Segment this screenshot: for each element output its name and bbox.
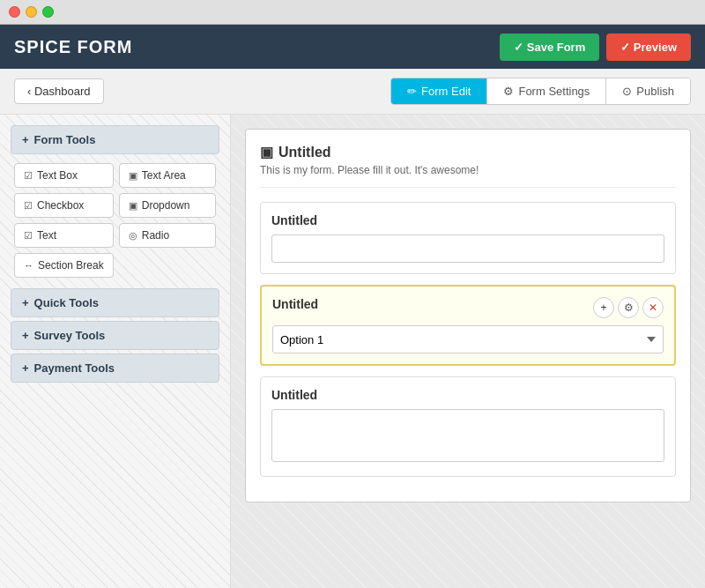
text-area-label: Text Area: [142, 169, 186, 182]
survey-tools-header[interactable]: + Survey Tools: [11, 321, 219, 350]
tab-publish[interactable]: ⊙ Publish: [606, 78, 690, 104]
checkbox-icon: ☑: [24, 200, 33, 212]
form-edit-label: Form Edit: [421, 85, 471, 98]
publish-icon: ⊙: [622, 85, 632, 98]
tab-form-settings[interactable]: ⚙ Form Settings: [487, 78, 606, 104]
field-1-label: Untitled: [271, 213, 664, 227]
text-area-icon: ▣: [129, 170, 137, 182]
form-field-1: Untitled: [260, 202, 676, 274]
top-bar-actions: ✓ Save Form ✓ Preview: [500, 33, 691, 61]
dashboard-button[interactable]: ‹ Dashboard: [14, 78, 104, 104]
sidebar-section-payment-tools: + Payment Tools: [11, 354, 219, 383]
sub-nav: ‹ Dashboard ✏ Form Edit ⚙ Form Settings …: [0, 69, 705, 115]
publish-label: Publish: [636, 85, 674, 98]
checkbox-label: Checkbox: [37, 199, 84, 212]
form-field-2: Untitled + ⚙ ✕ Option 1: [260, 285, 676, 366]
survey-tools-label: Survey Tools: [34, 329, 106, 342]
form-title-text[interactable]: Untitled: [278, 145, 331, 160]
payment-tools-plus-icon: +: [22, 361, 29, 375]
field-3-textarea[interactable]: [271, 409, 664, 462]
field-2-actions: + ⚙ ✕: [593, 297, 664, 318]
tool-text-box[interactable]: ☑ Text Box: [14, 163, 114, 188]
maximize-btn[interactable]: [42, 6, 54, 18]
save-form-button[interactable]: ✓ Save Form: [500, 33, 599, 61]
field-2-label: Untitled: [272, 297, 318, 311]
section-break-icon: ↔: [24, 260, 33, 271]
quick-tools-label: Quick Tools: [34, 296, 99, 309]
form-tools-content: ☑ Text Box ▣ Text Area ☑ Checkbox ▣ Drop…: [11, 156, 219, 285]
sidebar-section-form-tools: + Form Tools ☑ Text Box ▣ Text Area ☑ Ch…: [11, 125, 219, 285]
window-chrome: [0, 0, 705, 25]
tool-grid: ☑ Text Box ▣ Text Area ☑ Checkbox ▣ Drop…: [14, 163, 216, 278]
form-description: This is my form. Please fill it out. It'…: [260, 164, 676, 176]
app-title: SPICE FORM: [14, 37, 132, 57]
dropdown-icon: ▣: [129, 200, 137, 212]
tool-section-break[interactable]: ↔ Section Break: [14, 253, 114, 278]
form-tools-header[interactable]: + Form Tools: [11, 125, 219, 154]
form-title: ▣ Untitled: [260, 144, 676, 160]
sidebar: + Form Tools ☑ Text Box ▣ Text Area ☑ Ch…: [0, 115, 231, 588]
text-box-label: Text Box: [37, 169, 78, 182]
tool-radio[interactable]: ◎ Radio: [119, 223, 216, 248]
plus-icon: +: [22, 133, 29, 146]
field-2-delete-button[interactable]: ✕: [642, 297, 664, 318]
dropdown-label: Dropdown: [142, 199, 190, 212]
text-label: Text: [37, 229, 56, 242]
form-field-3: Untitled: [260, 376, 676, 477]
tab-group: ✏ Form Edit ⚙ Form Settings ⊙ Publish: [390, 78, 691, 105]
radio-icon: ◎: [129, 230, 137, 242]
payment-tools-header[interactable]: + Payment Tools: [11, 354, 219, 383]
field-2-settings-button[interactable]: ⚙: [618, 297, 639, 318]
sidebar-section-survey-tools: + Survey Tools: [11, 321, 219, 350]
field-2-add-button[interactable]: +: [593, 297, 614, 318]
tab-form-edit[interactable]: ✏ Form Edit: [391, 78, 487, 104]
tool-text-area[interactable]: ▣ Text Area: [119, 163, 216, 188]
dashboard-label: ‹ Dashboard: [27, 85, 91, 98]
close-btn[interactable]: [9, 6, 20, 18]
quick-tools-header[interactable]: + Quick Tools: [11, 288, 219, 317]
radio-label: Radio: [142, 229, 169, 242]
field-3-label: Untitled: [271, 388, 664, 402]
form-settings-icon: ⚙: [503, 85, 514, 98]
field-2-select[interactable]: Option 1: [272, 325, 664, 354]
survey-tools-plus-icon: +: [22, 329, 29, 342]
form-edit-icon: ✏: [407, 85, 417, 98]
preview-button[interactable]: ✓ Preview: [606, 33, 691, 61]
tool-text[interactable]: ☑ Text: [14, 223, 114, 248]
top-bar: SPICE FORM ✓ Save Form ✓ Preview: [0, 25, 705, 69]
tool-checkbox[interactable]: ☑ Checkbox: [14, 193, 114, 218]
form-title-icon: ▣: [260, 144, 273, 160]
main-content: + Form Tools ☑ Text Box ▣ Text Area ☑ Ch…: [0, 115, 705, 588]
form-tools-label: Form Tools: [34, 133, 96, 146]
payment-tools-label: Payment Tools: [34, 361, 115, 375]
section-break-label: Section Break: [38, 259, 104, 272]
quick-tools-plus-icon: +: [22, 296, 29, 309]
form-canvas: ▣ Untitled This is my form. Please fill …: [245, 129, 691, 502]
minimize-btn[interactable]: [26, 6, 37, 18]
tool-dropdown[interactable]: ▣ Dropdown: [119, 193, 216, 218]
form-title-section: ▣ Untitled This is my form. Please fill …: [260, 144, 676, 188]
form-settings-label: Form Settings: [518, 85, 590, 98]
field-2-header: Untitled + ⚙ ✕: [272, 297, 664, 318]
sidebar-section-quick-tools: + Quick Tools: [11, 288, 219, 317]
form-area: ▣ Untitled This is my form. Please fill …: [231, 115, 705, 588]
field-1-input[interactable]: [271, 234, 664, 263]
text-icon: ☑: [24, 230, 33, 242]
text-box-icon: ☑: [24, 170, 33, 182]
